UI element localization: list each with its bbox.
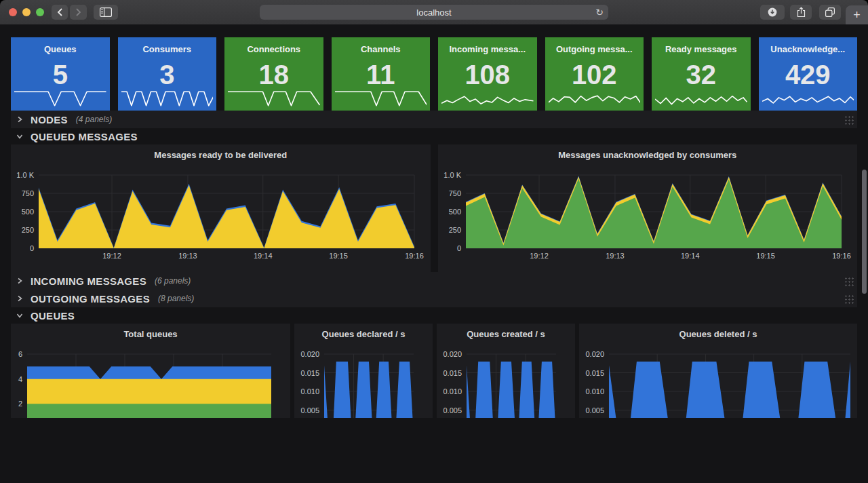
- stat-panel-connections[interactable]: Connections 18: [224, 37, 323, 111]
- forward-button[interactable]: [70, 5, 87, 20]
- new-tab-button[interactable]: +: [846, 5, 868, 24]
- chevron-down-icon: [16, 312, 23, 319]
- chevron-right-icon: [16, 277, 23, 284]
- panel-title[interactable]: Total queues: [11, 329, 290, 339]
- svg-text:1.0 K: 1.0 K: [443, 171, 461, 179]
- downloads-button[interactable]: [760, 5, 785, 20]
- row-title: QUEUES: [31, 310, 75, 322]
- row-title: QUEUED MESSAGES: [31, 131, 138, 142]
- row-title: OUTGOING MESSAGES: [31, 293, 150, 305]
- svg-text:0: 0: [456, 244, 460, 252]
- svg-text:250: 250: [448, 226, 460, 234]
- stat-title: Incoming messa...: [438, 44, 537, 54]
- svg-text:250: 250: [22, 226, 34, 234]
- stat-value: 108: [438, 61, 537, 88]
- stat-panel-consumers[interactable]: Consumers 3: [118, 37, 217, 111]
- tab-overview-button[interactable]: [819, 5, 841, 20]
- page-scrollbar-thumb[interactable]: [862, 170, 867, 294]
- svg-text:0.015: 0.015: [300, 369, 319, 377]
- svg-text:750: 750: [22, 189, 34, 197]
- panel-title[interactable]: Messages unacknowledged by consumers: [438, 150, 858, 160]
- svg-text:500: 500: [448, 208, 460, 216]
- share-icon: [797, 7, 806, 18]
- svg-text:19:15: 19:15: [756, 252, 775, 260]
- browser-chrome: localhost ↻ +: [0, 0, 868, 24]
- sidebar-toggle-button[interactable]: [94, 5, 118, 20]
- svg-text:0.020: 0.020: [585, 350, 604, 358]
- stat-title: Ready messages: [652, 44, 751, 54]
- svg-text:0.010: 0.010: [443, 387, 462, 395]
- panel-messages-ready[interactable]: Messages ready to be delivered 1.0 K7505…: [11, 144, 431, 272]
- svg-text:0.005: 0.005: [300, 406, 319, 414]
- plus-icon: +: [853, 8, 861, 22]
- panel-queues-declared[interactable]: Queues declared / s 0.0200.0150.0100.005: [294, 324, 433, 418]
- svg-text:19:16: 19:16: [405, 252, 424, 260]
- traffic-light-zoom-button[interactable]: [36, 8, 44, 16]
- row-drag-handle[interactable]: [844, 294, 854, 304]
- svg-text:500: 500: [22, 208, 34, 216]
- stat-sparkline: [121, 90, 214, 108]
- stat-panel-outgoing-messages[interactable]: Outgoing messa... 102: [545, 37, 644, 111]
- svg-text:4: 4: [18, 375, 22, 383]
- download-icon: [768, 7, 777, 17]
- chart-canvas[interactable]: 1.0 K750500250019:1219:1319:1419:1519:16: [438, 144, 858, 272]
- row-incoming-messages[interactable]: INCOMING MESSAGES (6 panels): [11, 272, 857, 290]
- stat-panels-row: Queues 5 Consumers 3 Connections 18 Chan…: [11, 24, 857, 111]
- stat-value: 102: [545, 61, 644, 88]
- stat-panel-incoming-messages[interactable]: Incoming messa... 108: [438, 37, 537, 111]
- row-queued-messages[interactable]: QUEUED MESSAGES: [11, 128, 857, 144]
- stat-panel-unacknowledged-messages[interactable]: Unacknowledge... 429: [759, 37, 858, 111]
- svg-text:0.010: 0.010: [585, 387, 604, 395]
- panel-title[interactable]: Messages ready to be delivered: [11, 150, 431, 160]
- stat-panel-channels[interactable]: Channels 11: [332, 37, 431, 111]
- panel-queues-created[interactable]: Queues created / s 0.0200.0150.0100.005: [437, 324, 575, 418]
- sidebar-icon: [100, 7, 112, 17]
- row-drag-handle[interactable]: [844, 276, 854, 286]
- svg-text:0: 0: [30, 244, 34, 252]
- panel-title[interactable]: Queues created / s: [437, 329, 575, 339]
- stat-title: Channels: [332, 44, 431, 54]
- stat-sparkline: [762, 90, 854, 108]
- stat-sparkline: [441, 90, 534, 108]
- tabs-icon: [825, 7, 835, 17]
- traffic-light-minimize-button[interactable]: [22, 8, 31, 16]
- panel-queues-deleted[interactable]: Queues deleted / s 0.0200.0150.0100.005: [579, 324, 857, 418]
- stat-panel-ready-messages[interactable]: Ready messages 32: [652, 37, 751, 111]
- address-bar[interactable]: localhost ↻: [260, 5, 608, 20]
- stat-sparkline: [655, 90, 747, 108]
- stat-value: 5: [11, 61, 110, 88]
- svg-text:6: 6: [18, 350, 22, 358]
- queued-messages-panels: Messages ready to be delivered 1.0 K7505…: [11, 144, 857, 272]
- panel-total-queues[interactable]: Total queues 642: [11, 324, 290, 418]
- row-title: INCOMING MESSAGES: [31, 275, 146, 287]
- svg-text:19:14: 19:14: [254, 252, 273, 260]
- svg-text:0.005: 0.005: [443, 406, 462, 414]
- stat-panel-queues[interactable]: Queues 5: [11, 37, 110, 111]
- chevron-left-icon: [57, 8, 63, 16]
- row-drag-handle[interactable]: [844, 115, 854, 125]
- stat-value: 3: [118, 61, 217, 88]
- reload-icon[interactable]: ↻: [595, 6, 604, 18]
- svg-text:19:16: 19:16: [832, 252, 851, 260]
- row-queues[interactable]: QUEUES: [11, 307, 857, 324]
- stat-sparkline: [335, 90, 427, 108]
- share-button[interactable]: [790, 5, 812, 20]
- chevron-right-icon: [16, 295, 23, 302]
- stat-title: Consumers: [118, 44, 217, 54]
- stat-sparkline: [228, 90, 320, 108]
- chart-canvas[interactable]: 1.0 K750500250019:1219:1319:1419:1519:16: [11, 144, 431, 272]
- svg-text:0.010: 0.010: [300, 387, 319, 395]
- panel-title[interactable]: Queues deleted / s: [579, 329, 857, 339]
- panel-messages-unacknowledged[interactable]: Messages unacknowledged by consumers 1.0…: [438, 144, 858, 272]
- row-panel-count: (4 panels): [76, 115, 112, 124]
- address-bar-url: localhost: [416, 7, 451, 18]
- svg-text:0.020: 0.020: [300, 350, 319, 358]
- panel-title[interactable]: Queues declared / s: [294, 329, 433, 339]
- traffic-light-close-button[interactable]: [9, 8, 17, 16]
- row-nodes[interactable]: NODES (4 panels): [11, 111, 857, 128]
- back-button[interactable]: [52, 5, 68, 20]
- row-outgoing-messages[interactable]: OUTGOING MESSAGES (8 panels): [11, 290, 857, 307]
- svg-text:19:15: 19:15: [329, 252, 348, 260]
- stat-value: 11: [332, 61, 431, 88]
- svg-text:1.0 K: 1.0 K: [16, 171, 34, 179]
